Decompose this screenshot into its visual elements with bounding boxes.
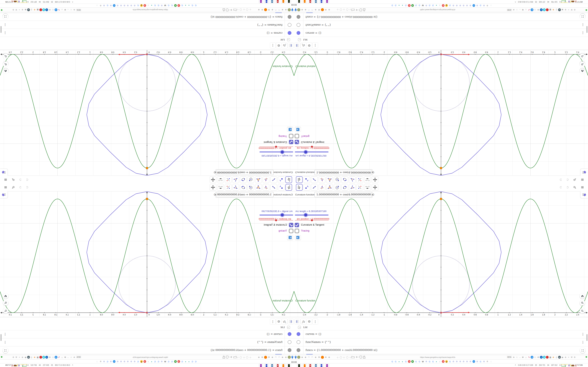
collapse-list-button[interactable]: – (287, 326, 290, 329)
bookmark-favicon-2[interactable]: ● (398, 4, 400, 7)
lock-icon[interactable] (223, 356, 225, 359)
algebra-settings-button[interactable]: ⚙ (306, 42, 312, 48)
bookmark-favicon-20[interactable]: ✿ (459, 4, 461, 7)
arc-length-slider-thumb[interactable] (281, 150, 284, 154)
dock-app-privacy-mask[interactable]: ω (259, 0, 263, 3)
extension-icon-17[interactable]: ⊕ (564, 356, 567, 359)
bookmark-favicon-22[interactable]: ✿ (120, 4, 122, 7)
toolbar-icon-7[interactable]: ⚙ (261, 356, 264, 359)
extension-icon-19[interactable]: ⚒ (570, 356, 573, 359)
toolbar-icon-5[interactable]: ⚒ (268, 356, 270, 359)
arc-length-slider-thumb[interactable] (281, 213, 284, 217)
extension-icon-15[interactable]: uB (558, 356, 561, 359)
extension-icon-7[interactable]: ⬭ (52, 8, 54, 11)
zoom-badge[interactable]: 81% (507, 9, 512, 11)
bookmark-favicon-26[interactable]: G (106, 4, 109, 7)
bookmark-favicon-2[interactable]: ● (398, 360, 400, 363)
tool-line-button[interactable] (311, 184, 318, 191)
algebra-fx-button[interactable]: ƒx (282, 42, 287, 48)
undo-button[interactable] (558, 177, 563, 182)
bookmark-favicon-22[interactable]: ✿ (466, 360, 468, 363)
bookmark-favicon-0[interactable]: G (194, 360, 197, 363)
bookmark-favicon-23[interactable]: ✿ (469, 360, 472, 363)
redo-button[interactable] (565, 177, 570, 182)
redo-button[interactable] (565, 185, 570, 190)
extension-icon-10[interactable]: ⇅ (42, 8, 45, 11)
bookmark-favicon-12[interactable]: G (154, 4, 156, 7)
dock-app-backup-64[interactable]: 64 (319, 0, 324, 3)
algebra-row-text[interactable]: funcs = {1.000000000000 + cos(4.00000000… (210, 349, 282, 352)
tool-line-button[interactable] (270, 176, 277, 183)
chevron-down-icon[interactable] (368, 172, 370, 173)
zoom-out-button[interactable] (3, 308, 9, 314)
extension-icon-3[interactable]: ⟳ (521, 8, 524, 11)
bookmark-favicon-19[interactable]: ✿ (456, 360, 458, 363)
search-button[interactable] (11, 177, 16, 182)
fullscreen-button[interactable] (3, 14, 8, 19)
bookmark-favicon-8[interactable]: G (167, 4, 170, 7)
algebra-treeview-button[interactable] (288, 319, 294, 325)
extension-icon-6[interactable]: A (55, 8, 57, 11)
extension-icon-6[interactable]: A (531, 8, 533, 11)
algebra-kebab-button[interactable]: ⋮ (270, 42, 276, 48)
extension-icon-10[interactable]: ⇅ (543, 8, 546, 11)
bookmark-favicon-6[interactable]: ✦ (174, 4, 177, 7)
extension-icon-13[interactable]: ⊕ (552, 356, 555, 359)
bookmark-favicon-5[interactable]: Я (177, 360, 180, 363)
extension-icon-0[interactable]: A (512, 356, 515, 359)
lens-icon[interactable] (287, 8, 291, 12)
bookmark-favicon-11[interactable]: G (428, 360, 431, 363)
bookmark-favicon-10[interactable]: ✿ (425, 360, 428, 363)
bookmark-favicon-7[interactable]: G (415, 4, 417, 7)
bookmark-favicon-11[interactable]: G (157, 360, 160, 363)
curvature-tangent-checkbox[interactable] (295, 140, 299, 144)
toolbar-icon-2[interactable]: ◠ (307, 8, 311, 11)
gem-icon[interactable] (291, 8, 294, 11)
extension-icon-2[interactable]: → (67, 356, 69, 359)
bookmark-favicon-10[interactable]: ✿ (425, 4, 428, 7)
bookmark-favicon-16[interactable]: ▲ (445, 360, 448, 363)
extension-icon-18[interactable]: ⌗ (18, 8, 21, 11)
extension-icon-18[interactable]: ⌗ (567, 356, 570, 359)
tool-perpendicular-line-button[interactable] (319, 176, 325, 183)
search-button[interactable] (572, 185, 577, 190)
bookmark-favicon-20[interactable]: ✿ (127, 4, 129, 7)
toolbar-icon-1[interactable]: ⊕ (304, 356, 307, 359)
visibility-marble-gray[interactable] (288, 348, 291, 352)
extension-icon-4[interactable]: ↓ (525, 8, 527, 11)
main-menu-button[interactable] (3, 177, 8, 182)
toolbar-icon-3[interactable]: ◠ (274, 356, 277, 359)
back-arrow-icon[interactable] (356, 356, 359, 358)
bookmark-favicon-4[interactable]: G (181, 4, 183, 7)
extension-icon-9[interactable]: + (540, 8, 543, 11)
algebra-row-text[interactable]: funcNames = {" "} (257, 341, 282, 344)
tool-reflect-button[interactable] (225, 176, 232, 183)
lock-icon[interactable] (363, 356, 365, 359)
tool-circle-button[interactable] (334, 184, 341, 191)
dock-app-display-tool[interactable]: ▣ (314, 364, 318, 367)
home-button[interactable] (3, 293, 9, 299)
tool-polygon-button[interactable] (326, 176, 333, 183)
bookmark-favicon-6[interactable]: ✦ (411, 4, 414, 7)
tool-polygon-button[interactable] (255, 176, 262, 183)
extension-icon-13[interactable]: ⊕ (552, 8, 555, 11)
bookmark-favicon-3[interactable]: ● (184, 4, 187, 7)
bookmark-favicon-2[interactable]: ● (188, 360, 190, 363)
extension-icon-9[interactable]: + (45, 356, 48, 359)
algebra-kebab-button[interactable]: ⋮ (270, 319, 276, 325)
tool-point-button[interactable]: A (303, 176, 310, 183)
arc-position-slider-thumb[interactable] (311, 146, 313, 148)
extension-icon-14[interactable]: ▯ (555, 8, 558, 11)
bookmark-favicon-8[interactable]: G (418, 4, 421, 7)
extension-icon-4[interactable]: ↓ (525, 356, 527, 359)
bookmark-favicon-12[interactable]: G (154, 360, 156, 363)
bookmark-favicon-18[interactable]: ✿ (452, 360, 455, 363)
visibility-marble-empty[interactable] (297, 23, 300, 27)
tool-slider-button[interactable]: a = 2 (217, 184, 224, 191)
algebra-fx-button[interactable]: ƒx (301, 319, 306, 325)
toolbar-icon-6[interactable] (321, 356, 324, 359)
fullscreen-button[interactable] (580, 14, 585, 19)
undo-button[interactable] (25, 185, 30, 190)
tool-point-button[interactable]: A (303, 184, 310, 191)
tool-move-view-button[interactable] (210, 184, 216, 191)
